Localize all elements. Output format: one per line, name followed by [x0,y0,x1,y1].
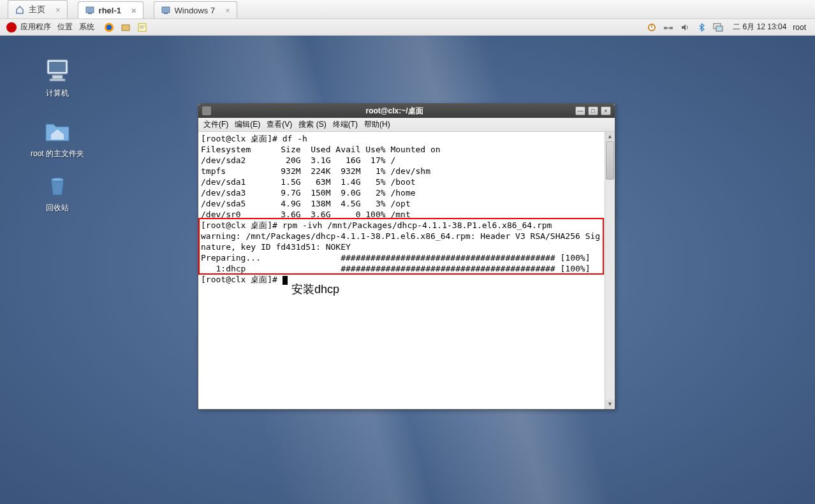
close-icon[interactable]: × [55,5,61,15]
vm-tab-label: rhel-1 [99,6,121,15]
svg-point-17 [51,178,64,182]
desktop-icon-trash[interactable]: 回收站 [26,169,89,213]
svg-rect-9 [664,27,667,29]
firefox-icon[interactable] [103,22,115,33]
menu-system[interactable]: 系统 [79,22,94,32]
svg-rect-6 [122,25,129,31]
close-icon[interactable]: × [131,6,136,15]
panel-left: 应用程序 位置 系统 [0,22,151,33]
term-line: /dev/sda5 4.9G 138M 4.5G 3% /opt [201,199,411,208]
desktop-label: 回收站 [26,203,89,213]
vm-rhel-icon [85,5,95,15]
menu-search[interactable]: 搜索 (S) [298,119,326,130]
network-icon[interactable] [663,22,674,32]
desktop: 计算机 root 的主文件夹 回收站 root@clx:~/桌面 — □ × 文… [0,36,815,504]
menu-places[interactable]: 位置 [57,22,73,32]
vm-tab-label: Windows 7 [175,6,216,15]
trash-icon [42,169,73,200]
term-line: /dev/sda2 20G 3.1G 16G 17% / [201,155,395,165]
terminal-menubar: 文件(F) 编辑(E) 查看(V) 搜索 (S) 终端(T) 帮助(H) [198,118,615,132]
desktop-icon-computer[interactable]: 计算机 [26,55,89,99]
svg-rect-2 [162,7,170,13]
svg-point-5 [106,25,112,30]
scroll-thumb[interactable] [606,141,614,180]
terminal-appicon [202,106,211,115]
term-line: /dev/sda1 1.5G 63M 1.4G 5% /boot [201,177,416,187]
menu-help[interactable]: 帮助(H) [364,119,390,130]
vm-tab-label: 主页 [29,4,45,15]
menu-file[interactable]: 文件(F) [203,119,228,130]
term-line: tmpfs 932M 224K 932M 1% /dev/shm [201,166,430,176]
gnome-panel: 应用程序 位置 系统 二 6月 12 13:04 root [0,19,815,36]
home-icon [15,4,25,15]
menu-applications[interactable]: 应用程序 [20,22,51,32]
svg-rect-3 [164,13,168,14]
terminal-cursor [283,276,288,285]
text-editor-icon[interactable] [136,22,148,33]
svg-rect-12 [716,26,723,31]
menu-edit[interactable]: 编辑(E) [235,119,260,130]
svg-rect-14 [49,62,66,72]
desktop-icon-home[interactable]: root 的主文件夹 [26,115,89,159]
annotation-highlight [198,218,604,275]
bluetooth-icon[interactable] [696,22,707,32]
svg-rect-15 [52,75,62,79]
close-icon[interactable]: × [225,6,230,15]
volume-icon[interactable] [679,22,691,32]
maximize-button[interactable]: □ [588,106,598,115]
term-line: [root@clx 桌面]# [201,275,283,284]
vm-win-icon [161,5,171,15]
term-line: Filesystem Size Used Avail Use% Mounted … [201,145,441,154]
terminal-window: root@clx:~/桌面 — □ × 文件(F) 编辑(E) 查看(V) 搜索… [198,103,615,410]
svg-rect-0 [86,7,94,13]
term-line: [root@clx 桌面]# df -h [201,134,307,143]
annotation-text: 安装dhcp [291,282,339,297]
vm-tabs: 主页 × rhel-1 × Windows 7 × [0,0,815,19]
terminal-titlebar[interactable]: root@clx:~/桌面 — □ × [198,104,615,118]
desktop-label: root 的主文件夹 [26,148,89,159]
terminal-body[interactable]: [root@clx 桌面]# df -h Filesystem Size Use… [198,132,615,409]
terminal-scrollbar[interactable]: ▲ ▼ [605,132,615,409]
close-button[interactable]: × [601,106,611,115]
update-icon[interactable] [646,22,657,32]
user-menu[interactable]: root [793,23,806,32]
term-line: /dev/sda3 9.7G 150M 9.0G 2% /home [201,188,416,198]
desktop-label: 计算机 [26,88,89,99]
vm-tab-home[interactable]: 主页 × [8,0,68,18]
scroll-up-icon[interactable]: ▲ [605,132,615,141]
scroll-down-icon[interactable]: ▼ [605,400,615,409]
panel-right: 二 6月 12 13:04 root [643,22,809,32]
svg-rect-7 [138,24,146,31]
vm-tab-rhel[interactable]: rhel-1 × [78,1,143,18]
menu-view[interactable]: 查看(V) [267,119,292,130]
home-folder-icon [42,115,73,146]
menu-terminal[interactable]: 终端(T) [333,119,358,130]
display-icon[interactable] [712,22,724,32]
terminal-title: root@clx:~/桌面 [214,106,575,117]
svg-rect-1 [88,13,92,14]
clock[interactable]: 二 6月 12 13:04 [733,22,786,32]
file-manager-icon[interactable] [120,22,131,33]
svg-rect-16 [50,79,65,81]
redhat-icon[interactable] [6,22,17,32]
computer-icon [42,55,73,85]
vm-tab-win[interactable]: Windows 7 × [154,1,237,18]
minimize-button[interactable]: — [575,106,585,115]
svg-rect-10 [670,27,673,29]
